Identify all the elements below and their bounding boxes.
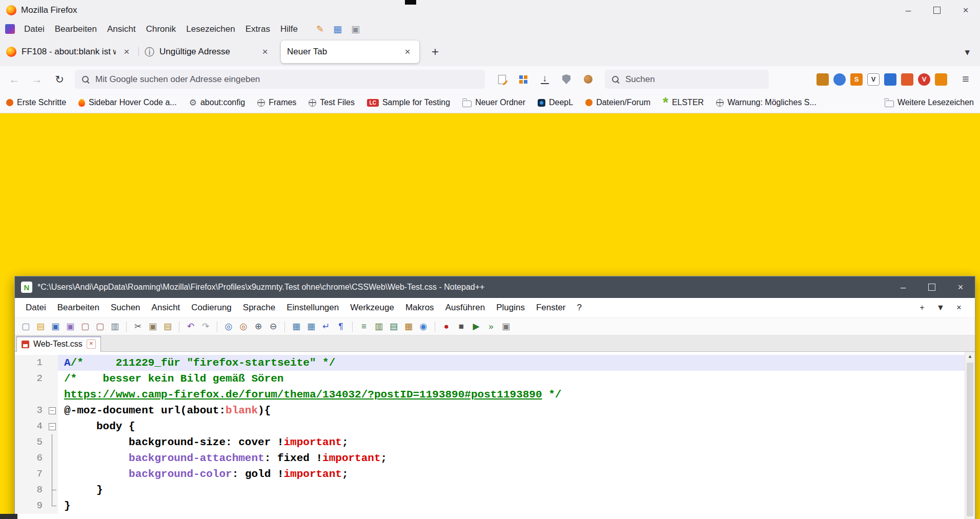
back-button[interactable]: ← xyxy=(4,70,25,89)
menubar-item-fenster[interactable]: Fenster xyxy=(530,303,571,313)
extension-icon-2[interactable] xyxy=(833,73,846,86)
bookmark-deepl[interactable]: DeepL xyxy=(538,98,573,107)
menubar-item-sprache[interactable]: Sprache xyxy=(237,303,281,313)
forward-button[interactable]: → xyxy=(27,70,47,89)
shield-icon[interactable] xyxy=(558,71,575,88)
tab-overflow-button[interactable]: ▾ xyxy=(954,46,980,58)
open-file-icon[interactable]: ▤ xyxy=(35,321,46,332)
undo-icon[interactable]: ↶ xyxy=(185,321,196,332)
save-all-icon[interactable]: ▣ xyxy=(65,321,76,332)
record-macro-icon[interactable]: ● xyxy=(441,321,452,332)
play-macro-icon[interactable]: ▶ xyxy=(471,321,482,332)
menubar-item-datei[interactable]: Datei xyxy=(19,24,50,34)
new-document-button[interactable]: + xyxy=(915,303,929,312)
menubar-item-plugins[interactable]: Plugins xyxy=(491,303,530,313)
sync-vertical-icon[interactable]: ▦ xyxy=(291,321,302,332)
menu-button[interactable]: ≡ xyxy=(955,70,976,89)
edit-page-icon[interactable] xyxy=(493,71,511,88)
scroll-up-icon[interactable]: ▲ xyxy=(968,352,971,362)
menubar-item-extras[interactable]: Extras xyxy=(240,24,275,34)
editor-tab-web-test-css[interactable]: Web-Test.css × xyxy=(16,336,101,352)
bookmark-more-bookmarks[interactable]: Weitere Lesezeichen xyxy=(885,98,974,107)
replace-icon[interactable]: ◎ xyxy=(238,321,249,332)
run-macro-multiple-icon[interactable]: » xyxy=(485,321,497,332)
bookmark-neuer-ordner[interactable]: Neuer Ordner xyxy=(462,98,525,107)
menubar-item-lesezeichen[interactable]: Lesezeichen xyxy=(181,24,240,34)
menubar-item-chronik[interactable]: Chronik xyxy=(141,24,181,34)
bookmark-erste-schritte[interactable]: Erste Schritte xyxy=(6,98,66,107)
container-tiles-icon[interactable] xyxy=(515,71,532,88)
close-button[interactable]: × xyxy=(951,0,980,21)
menubar-item-makros[interactable]: Makros xyxy=(400,303,440,313)
minimize-button[interactable]: – xyxy=(894,0,923,21)
bookmark-sidebar-hover-code-a[interactable]: Sidebar Hover Code a... xyxy=(78,98,177,107)
notes-icon[interactable]: ✎ xyxy=(316,25,324,34)
cut-icon[interactable]: ✂ xyxy=(132,321,144,332)
download-icon[interactable] xyxy=(536,71,554,88)
vertical-scrollbar[interactable]: ▲ xyxy=(965,352,975,519)
menubar-item-einstellungen[interactable]: Einstellungen xyxy=(281,303,344,313)
bookmark-frames[interactable]: Frames xyxy=(257,98,296,107)
tab-ungültige-adresse[interactable]: ⓘUngültige Adresse× xyxy=(138,41,277,63)
frames-icon[interactable]: ▣ xyxy=(351,25,360,34)
stop-macro-icon[interactable]: ■ xyxy=(456,321,467,332)
tab-close-button[interactable]: × xyxy=(402,46,413,57)
bookmark-sample-for-testing[interactable]: LCSample for Testing xyxy=(367,98,450,107)
document-list-button[interactable]: ▼ xyxy=(934,303,947,312)
zoom-in-icon[interactable]: ⊕ xyxy=(253,321,264,332)
bookmark-dateien-forum[interactable]: Dateien/Forum xyxy=(585,98,650,107)
extension-icon-5[interactable] xyxy=(884,73,896,86)
tab-close-button[interactable]: × xyxy=(121,46,132,57)
extension-icon-4[interactable]: V xyxy=(867,73,880,86)
menubar-item-ansicht[interactable]: Ansicht xyxy=(146,303,186,313)
close-document-button[interactable]: × xyxy=(952,303,966,312)
word-wrap-icon[interactable]: ↵ xyxy=(320,321,332,332)
fold-marker[interactable] xyxy=(47,418,58,434)
fold-marker[interactable] xyxy=(47,403,58,418)
extension-icon-3[interactable]: S xyxy=(850,73,863,86)
show-symbols-icon[interactable]: ¶ xyxy=(335,321,346,332)
grid-icon[interactable]: ▦ xyxy=(333,25,342,34)
tab-close-button[interactable]: × xyxy=(87,340,96,349)
cookie-icon[interactable] xyxy=(579,71,597,88)
maximize-button[interactable] xyxy=(917,276,946,298)
code-editor[interactable]: 1A/* 211229_für "firefox-startseite" */2… xyxy=(15,352,975,519)
close-file-icon[interactable]: ▢ xyxy=(79,321,91,332)
sync-horizontal-icon[interactable]: ▦ xyxy=(305,321,317,332)
indent-guide-icon[interactable]: ≡ xyxy=(358,321,370,332)
document-map-icon[interactable]: ▥ xyxy=(373,321,384,332)
zoom-out-icon[interactable]: ⊖ xyxy=(268,321,279,332)
reload-button[interactable]: ↻ xyxy=(49,70,70,89)
bookmark-elster[interactable]: ELSTER xyxy=(663,98,704,107)
extension-icon-8[interactable] xyxy=(935,73,947,86)
extension-icon-1[interactable] xyxy=(816,73,829,86)
redo-icon[interactable]: ↷ xyxy=(200,321,211,332)
folder-workspace-icon[interactable]: ▦ xyxy=(403,321,414,332)
extension-icon-7[interactable]: V xyxy=(918,73,930,86)
menubar-item-ausführen[interactable]: Ausführen xyxy=(440,303,491,313)
extension-icon-6[interactable] xyxy=(901,73,913,86)
close-button[interactable]: × xyxy=(946,276,975,298)
copy-icon[interactable]: ▣ xyxy=(147,321,158,332)
new-tab-button[interactable]: + xyxy=(423,45,447,59)
url-bar[interactable]: Mit Google suchen oder Adresse eingeben xyxy=(75,70,485,89)
monitoring-icon[interactable]: ◉ xyxy=(418,321,429,332)
save-icon[interactable]: ▣ xyxy=(50,321,61,332)
bookmark-warnung-mögliches-s[interactable]: Warnung: Mögliches S... xyxy=(716,98,816,107)
menubar-item-werkzeuge[interactable]: Werkzeuge xyxy=(344,303,400,313)
menubar-item-codierung[interactable]: Codierung xyxy=(186,303,237,313)
tab-neuer-tab[interactable]: Neuer Tab× xyxy=(281,41,419,63)
menubar-item-ansicht[interactable]: Ansicht xyxy=(102,24,141,34)
close-all-icon[interactable]: ▢ xyxy=(94,321,106,332)
scrollbar-thumb[interactable] xyxy=(967,363,973,516)
function-list-icon[interactable]: ▤ xyxy=(388,321,399,332)
new-file-icon[interactable]: ▢ xyxy=(20,321,31,332)
bookmark-test-files[interactable]: Test Files xyxy=(309,98,355,107)
tab-ff108-about-blank-ist-wied[interactable]: FF108 - about:blank ist wied× xyxy=(0,41,138,63)
save-macro-icon[interactable]: ▣ xyxy=(500,321,512,332)
menubar-item-bearbeiten[interactable]: Bearbeiten xyxy=(52,303,105,313)
bookmark-about-config[interactable]: about:config xyxy=(189,98,245,107)
menubar-item-bearbeiten[interactable]: Bearbeiten xyxy=(50,24,102,34)
find-icon[interactable]: ◎ xyxy=(223,321,234,332)
paste-icon[interactable]: ▤ xyxy=(162,321,173,332)
